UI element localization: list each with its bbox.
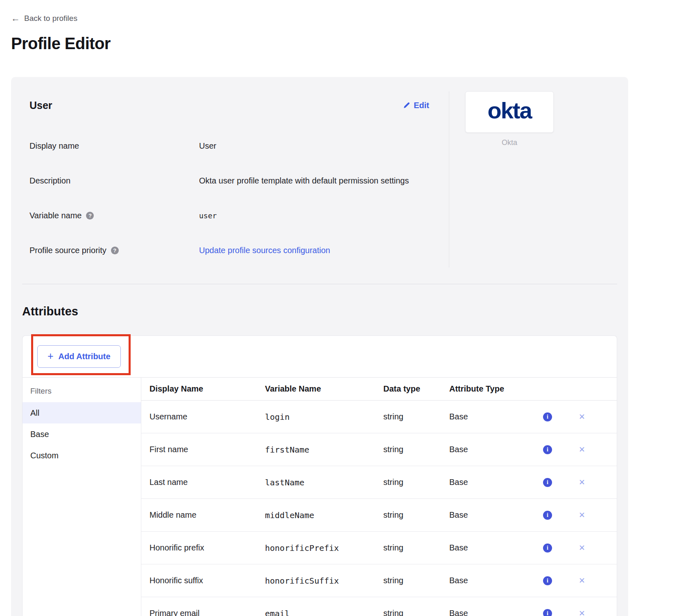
remove-attribute-icon[interactable]: ✕ (579, 445, 585, 454)
field-label-text: Variable name (29, 210, 81, 222)
attr-data-type: string (383, 445, 449, 454)
field-label: Profile source priority ? (29, 245, 199, 256)
field-label: Description (29, 175, 199, 187)
attr-display-name: Honorific suffix (149, 576, 265, 585)
table-row[interactable]: Username login string Base i ✕ (141, 401, 617, 433)
help-icon[interactable]: ? (111, 247, 119, 254)
field-label-text: Profile source priority (29, 245, 106, 256)
table-row[interactable]: Last name lastName string Base i ✕ (141, 466, 617, 499)
attr-variable-name: firstName (265, 445, 383, 455)
attributes-body: Filters All Base Custom Display Name Var… (23, 378, 617, 616)
user-header: User Edit (29, 100, 429, 111)
field-label-text: Display name (29, 140, 79, 152)
remove-attribute-icon[interactable]: ✕ (579, 510, 585, 520)
logo-panel: okta Okta (449, 91, 617, 267)
attr-data-type: string (383, 543, 449, 553)
okta-logo-card: okta (465, 91, 554, 133)
user-section: User Edit Display name User Description (22, 77, 617, 267)
filter-item-all[interactable]: All (23, 402, 141, 424)
info-icon[interactable]: i (543, 511, 552, 520)
attr-variable-name: email (265, 609, 383, 616)
attributes-card: + Add Attribute Filters All Base Custom … (22, 335, 617, 616)
attr-variable-name: login (265, 412, 383, 422)
update-profile-sources-link[interactable]: Update profile sources configuration (199, 245, 330, 256)
edit-label: Edit (414, 101, 429, 110)
field-profile-source-priority: Profile source priority ? Update profile… (29, 245, 429, 256)
attr-display-name: First name (149, 445, 265, 454)
attr-display-name: Username (149, 412, 265, 421)
attr-data-type: string (383, 510, 449, 520)
edit-button[interactable]: Edit (403, 101, 429, 110)
attr-variable-name: middleName (265, 510, 383, 520)
info-icon[interactable]: i (543, 478, 552, 487)
attributes-toolbar: + Add Attribute (23, 336, 617, 378)
plus-icon: + (48, 351, 54, 361)
profile-card: User Edit Display name User Description (11, 77, 628, 616)
back-arrow-icon: ← (11, 14, 20, 23)
info-icon[interactable]: i (543, 576, 552, 585)
attr-data-type: string (383, 576, 449, 585)
table-header: Display Name Variable Name Data type Att… (141, 378, 617, 401)
field-label-text: Description (29, 175, 70, 187)
add-attribute-button[interactable]: + Add Attribute (37, 345, 121, 368)
attr-display-name: Primary email (149, 609, 265, 616)
back-to-profiles-link[interactable]: ← Back to profiles (11, 14, 77, 23)
table-row[interactable]: Primary email email string Base i ✕ (141, 597, 617, 616)
table-row[interactable]: Middle name middleName string Base i ✕ (141, 499, 617, 532)
info-icon[interactable]: i (543, 544, 552, 553)
info-icon[interactable]: i (543, 609, 552, 616)
section-divider (22, 284, 617, 284)
attr-variable-name: honorificSuffix (265, 576, 383, 586)
field-variable-name: Variable name ? user (29, 210, 429, 222)
remove-attribute-icon[interactable]: ✕ (579, 412, 585, 421)
filters-sidebar: Filters All Base Custom (23, 378, 141, 616)
attr-attribute-type: Base (449, 609, 531, 616)
remove-attribute-icon[interactable]: ✕ (579, 543, 585, 553)
user-section-title: User (29, 100, 52, 111)
field-label: Variable name ? (29, 210, 199, 222)
table-row[interactable]: Honorific prefix honorificPrefix string … (141, 532, 617, 564)
attr-attribute-type: Base (449, 543, 531, 553)
remove-attribute-icon[interactable]: ✕ (579, 478, 585, 487)
header-variable-name: Variable Name (265, 384, 383, 394)
field-display-name: Display name User (29, 140, 429, 152)
help-icon[interactable]: ? (86, 212, 94, 220)
profile-editor-page: ← Back to profiles Profile Editor User E… (0, 0, 679, 616)
filters-title: Filters (23, 382, 141, 402)
filter-item-custom[interactable]: Custom (23, 445, 141, 466)
attr-variable-name: lastName (265, 478, 383, 487)
logo-caption: Okta (465, 138, 554, 147)
attr-display-name: Honorific prefix (149, 543, 265, 553)
attr-data-type: string (383, 478, 449, 487)
attr-attribute-type: Base (449, 510, 531, 520)
field-description: Description Okta user profile template w… (29, 175, 429, 187)
attr-attribute-type: Base (449, 445, 531, 454)
info-icon[interactable]: i (543, 445, 552, 454)
field-value: User (199, 140, 216, 152)
table-row[interactable]: Honorific suffix honorificSuffix string … (141, 564, 617, 597)
attr-attribute-type: Base (449, 412, 531, 421)
table-row[interactable]: First name firstName string Base i ✕ (141, 433, 617, 466)
attr-attribute-type: Base (449, 576, 531, 585)
attr-display-name: Middle name (149, 510, 265, 520)
page-title: Profile Editor (11, 34, 679, 53)
okta-logo: okta (487, 99, 531, 125)
field-label: Display name (29, 140, 199, 152)
add-attribute-label: Add Attribute (59, 352, 111, 361)
attr-attribute-type: Base (449, 478, 531, 487)
remove-attribute-icon[interactable]: ✕ (579, 609, 585, 616)
attr-data-type: string (383, 609, 449, 616)
back-link-label: Back to profiles (24, 14, 77, 23)
attributes-title: Attributes (22, 305, 617, 318)
info-icon[interactable]: i (543, 412, 552, 421)
filter-item-base[interactable]: Base (23, 424, 141, 445)
remove-attribute-icon[interactable]: ✕ (579, 576, 585, 585)
field-value: Okta user profile template with default … (199, 175, 409, 187)
field-value: user (199, 210, 217, 222)
pencil-icon (403, 102, 410, 109)
header-attribute-type: Attribute Type (449, 384, 531, 394)
attr-data-type: string (383, 412, 449, 421)
attributes-table: Display Name Variable Name Data type Att… (141, 378, 617, 616)
header-display-name: Display Name (149, 384, 265, 394)
attr-display-name: Last name (149, 478, 265, 487)
